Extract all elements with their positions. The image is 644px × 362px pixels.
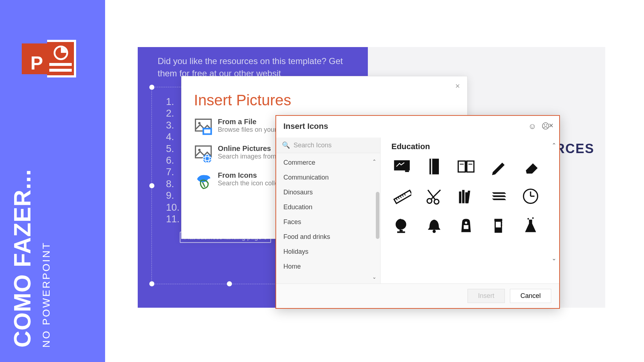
scissors-icon[interactable] xyxy=(425,187,444,206)
category-scrollbar-track[interactable] xyxy=(376,192,380,247)
svg-rect-13 xyxy=(431,159,432,174)
option-subtitle: Search images from o xyxy=(218,153,282,160)
svg-point-37 xyxy=(465,222,468,224)
selected-category-title: Education xyxy=(391,142,548,151)
search-placeholder: Search Icons xyxy=(294,142,332,149)
category-item[interactable]: Dinosaurs xyxy=(276,185,380,200)
svg-line-22 xyxy=(404,193,406,195)
insert-icons-dialog: × Insert Icons ☺ ☹ 🔍 Search Icons ⌃ Comm… xyxy=(275,115,560,309)
category-item[interactable]: Education xyxy=(276,200,380,215)
svg-rect-33 xyxy=(400,230,403,231)
category-item[interactable]: Home xyxy=(276,259,380,274)
eraser-icon[interactable] xyxy=(521,157,540,176)
online-image-icon xyxy=(194,144,213,163)
option-title: From a File xyxy=(218,118,282,126)
list-item: 11. xyxy=(166,213,180,225)
resize-handle[interactable] xyxy=(149,183,154,188)
list-item: 1. xyxy=(166,96,180,108)
smile-icon[interactable]: ☺ xyxy=(528,122,536,131)
beaker-icon[interactable] xyxy=(489,216,508,235)
numbered-list: 1. 2. 3. 4. 5. 6. 7. 8. 9. 10. 11. xyxy=(166,96,180,225)
file-image-icon xyxy=(194,118,213,136)
icons-panel: ⌃ Education xyxy=(381,138,559,283)
option-subtitle: Search the icon collec xyxy=(218,180,282,187)
category-item[interactable]: Communication xyxy=(276,170,380,185)
option-title: From Icons xyxy=(218,171,282,180)
svg-line-19 xyxy=(398,197,399,199)
globe-icon[interactable] xyxy=(392,216,411,235)
svg-rect-11 xyxy=(405,171,409,172)
svg-point-6 xyxy=(203,154,212,163)
svg-rect-40 xyxy=(495,227,501,232)
powerpoint-logo: P xyxy=(22,40,76,80)
pencil-icon[interactable] xyxy=(489,157,508,176)
tutorial-sidebar: P COMO FAZER... NO POWERPOINT xyxy=(0,0,105,362)
scroll-down-icon[interactable]: ⌄ xyxy=(552,255,556,262)
category-item[interactable]: Commerce xyxy=(276,155,380,170)
stacked-books-icon[interactable] xyxy=(489,187,508,206)
bell-icon[interactable] xyxy=(425,216,444,235)
search-icon: 🔍 xyxy=(282,141,290,149)
option-title: Online Pictures xyxy=(218,144,282,153)
svg-point-43 xyxy=(527,218,529,219)
svg-point-35 xyxy=(433,230,436,233)
list-item: 5. xyxy=(166,143,180,155)
list-item: 8. xyxy=(166,178,180,190)
close-icon[interactable]: × xyxy=(549,121,553,130)
categories-panel: 🔍 Search Icons ⌃ Commerce Communication … xyxy=(276,138,381,283)
scroll-down-icon[interactable]: ⌄ xyxy=(372,274,377,280)
svg-rect-10 xyxy=(394,160,410,171)
svg-line-9 xyxy=(203,182,205,187)
notebook-icon[interactable] xyxy=(425,157,444,176)
dialog2-title: Insert Icons xyxy=(283,122,328,131)
svg-point-24 xyxy=(434,199,439,204)
category-item[interactable]: Holidays xyxy=(276,244,380,259)
resize-handle[interactable] xyxy=(149,85,154,90)
svg-point-44 xyxy=(532,217,533,219)
category-item[interactable]: Food and drinks xyxy=(276,230,380,244)
list-item: 9. xyxy=(166,190,180,201)
sidebar-title: COMO FAZER... xyxy=(11,169,34,348)
ruler-icon[interactable] xyxy=(392,187,411,206)
open-book-icon[interactable] xyxy=(457,157,475,176)
feedback-icons: ☺ ☹ xyxy=(528,122,550,131)
svg-rect-12 xyxy=(429,159,439,174)
svg-rect-17 xyxy=(394,190,412,203)
svg-line-21 xyxy=(402,195,403,197)
flask-icon[interactable] xyxy=(521,216,540,235)
list-item: 2. xyxy=(166,108,180,119)
resize-handle[interactable] xyxy=(227,281,232,286)
search-input[interactable]: 🔍 Search Icons xyxy=(276,138,380,153)
list-item: 6. xyxy=(166,155,180,166)
dialog2-footer: Insert Cancel xyxy=(276,283,559,308)
insert-button[interactable]: Insert xyxy=(468,289,505,303)
svg-rect-3 xyxy=(204,130,210,134)
svg-rect-25 xyxy=(459,191,462,203)
svg-rect-34 xyxy=(397,231,405,233)
close-icon[interactable]: × xyxy=(455,81,460,91)
svg-line-18 xyxy=(396,198,397,200)
chalkboard-icon[interactable] xyxy=(392,157,411,176)
list-item: 10. xyxy=(166,202,180,213)
category-item[interactable]: Faces xyxy=(276,215,380,230)
scroll-up-icon[interactable]: ⌃ xyxy=(552,142,556,149)
list-item: 4. xyxy=(166,131,180,143)
leaf-bird-icon xyxy=(194,171,213,190)
svg-line-20 xyxy=(400,196,402,198)
sidebar-subtitle: NO POWERPOINT xyxy=(41,241,52,348)
backpack-icon[interactable] xyxy=(457,216,475,235)
category-scrollbar-thumb[interactable] xyxy=(376,192,379,239)
svg-rect-26 xyxy=(462,190,465,203)
scroll-up-icon[interactable]: ⌃ xyxy=(372,159,377,164)
dialog1-title: Insert Pictures xyxy=(194,92,467,109)
list-item: 3. xyxy=(166,119,180,131)
list-item: 7. xyxy=(166,166,180,178)
cancel-button[interactable]: Cancel xyxy=(510,289,551,303)
option-subtitle: Browse files on your c xyxy=(218,126,282,134)
resize-handle[interactable] xyxy=(149,281,154,286)
library-books-icon[interactable] xyxy=(457,187,475,206)
clock-icon[interactable] xyxy=(521,187,540,206)
icon-grid xyxy=(391,157,548,235)
svg-rect-36 xyxy=(464,225,469,229)
